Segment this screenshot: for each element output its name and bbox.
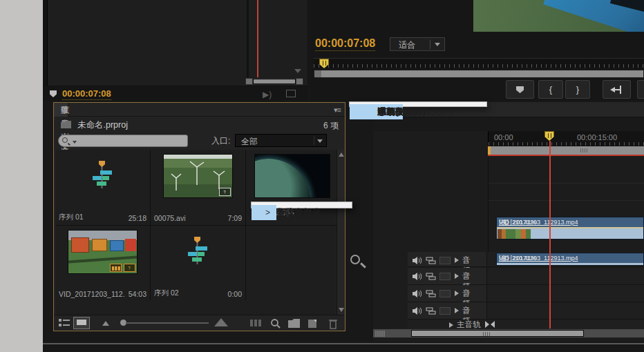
list-view-icon[interactable] [58, 317, 70, 329]
train-car [71, 237, 89, 253]
ruler-label: 00:00 [494, 133, 513, 141]
video-thumbnail: ▮▮▮ ᭢᭢ [68, 230, 138, 274]
sync-lock-icon[interactable] [426, 290, 436, 297]
track-header[interactable]: 音频1 [408, 252, 487, 266]
master-track-row[interactable]: 主音轨 [408, 320, 644, 329]
play-around-icon[interactable]: ▶) [263, 90, 272, 99]
video-thumbnail: ᭢᭢ [163, 154, 233, 198]
audio-track-row-3[interactable]: 音频3 [408, 285, 644, 302]
speaker-icon[interactable] [412, 289, 423, 298]
item-name: 序列 02 [154, 289, 179, 298]
tab-effects[interactable]: 效果 [54, 103, 68, 117]
export-frame-icon[interactable] [286, 90, 296, 97]
monitor-time-ruler[interactable] [314, 58, 644, 68]
collapse-icon[interactable] [455, 291, 459, 296]
scrollbar-end-cap[interactable] [314, 70, 321, 77]
track-toggle-box[interactable] [439, 273, 451, 280]
train-car [92, 239, 107, 251]
bin-icon [61, 121, 71, 128]
horizontal-scrollbar[interactable] [245, 77, 304, 86]
ruler-label: 00:00:15:00 [577, 133, 617, 141]
project-item-sequence-01[interactable]: 序列 01 25:18 [55, 150, 150, 224]
step-back-button[interactable] [637, 80, 644, 99]
automate-to-sequence-icon[interactable] [249, 318, 263, 328]
collapse-icon[interactable] [449, 322, 453, 328]
project-item-sequence-02[interactable]: 序列 02 0:00 [151, 226, 245, 300]
vertical-scrollbar[interactable] [337, 150, 344, 315]
submenu-item-transparent-video[interactable]: 透明视频(R)... [350, 104, 433, 119]
go-to-in-button[interactable] [603, 80, 631, 99]
sync-lock-icon[interactable] [426, 257, 436, 264]
horizontal-scrollbar[interactable] [314, 70, 644, 78]
timeline-ruler[interactable]: 00:00 00:00:15:00 [488, 131, 644, 146]
project-item-00075[interactable]: ᭢᭢ 00075.avi 7:09 [151, 150, 245, 224]
scrollbar-end-cap[interactable] [296, 79, 303, 84]
icon-view-button[interactable] [73, 317, 90, 329]
item-count: 6 项 [323, 120, 339, 132]
context-menu: 粘帖 新建文件夹 新建分项 > 导入... 查找... 查找脸部 [251, 202, 352, 208]
track-divider [488, 183, 644, 184]
trash-icon[interactable] [328, 318, 338, 329]
project-file-name[interactable]: 未命名.prproj [77, 119, 128, 131]
track-header[interactable]: 音频4 [408, 302, 487, 319]
horizontal-scrollbar[interactable] [373, 329, 644, 338]
mark-out-button[interactable]: } [565, 80, 590, 99]
zoom-slider-track[interactable] [126, 322, 209, 324]
mark-in-button[interactable]: { [538, 80, 563, 99]
entry-filter-select[interactable]: 全部 [235, 134, 327, 147]
track-toggle-box[interactable] [439, 290, 451, 297]
timeline-video-clip[interactable]: VID_20171203_112913.mp4 [视] [210.41% [496, 217, 644, 239]
item-duration: 54:03 [129, 290, 146, 298]
zoom-out-icon[interactable] [102, 321, 109, 326]
track-edge [247, 0, 249, 77]
scrollbar-end-cap[interactable] [375, 331, 385, 337]
track-header[interactable]: 音频3 [408, 285, 487, 302]
track-toggle-box[interactable] [439, 257, 451, 264]
track-divider [488, 200, 644, 201]
ruler-ticks [489, 142, 644, 146]
project-item-hidden[interactable] [246, 226, 341, 300]
icon-view-glyph [77, 320, 86, 325]
panel-menu-icon[interactable]: ▾≡ [334, 106, 341, 115]
new-item-icon[interactable] [307, 318, 319, 329]
speaker-icon[interactable] [412, 306, 423, 315]
scroll-down-icon[interactable] [339, 308, 344, 312]
search-input[interactable] [58, 135, 188, 147]
marker-icon [50, 90, 57, 97]
scrollbar-end-cap[interactable] [246, 79, 252, 84]
collapse-icon[interactable] [455, 273, 459, 279]
menu-item-find-faces[interactable]: 查找脸部 [252, 205, 312, 220]
work-area-start-cap[interactable] [488, 146, 491, 155]
project-item-vid-20171203[interactable]: ▮▮▮ ᭢᭢ VID_20171203_112... 54:03 [55, 226, 150, 300]
audio-track-row-2[interactable]: 音频2 [408, 268, 644, 285]
collapse-icon[interactable] [455, 308, 459, 313]
track-header[interactable]: 音频2 [408, 268, 487, 284]
playhead-line[interactable] [549, 141, 551, 329]
add-marker-button[interactable] [506, 80, 534, 99]
zoom-tool-icon[interactable] [350, 254, 368, 272]
work-area-grip[interactable] [580, 148, 589, 153]
speaker-icon[interactable] [412, 256, 423, 265]
panel-tab-bar: 项目:未命名× 媒体浏览器 信息 效果 [54, 103, 345, 117]
new-bin-icon[interactable] [287, 318, 301, 329]
zoom-in-icon[interactable] [214, 318, 228, 326]
scroll-up-icon[interactable] [339, 153, 344, 157]
playhead-line[interactable] [257, 0, 258, 77]
current-timecode[interactable]: 00:00:07:08 [315, 37, 375, 51]
sync-lock-icon[interactable] [426, 273, 436, 280]
scrollbar-grip [483, 332, 491, 336]
scrollbar-thumb[interactable] [253, 79, 296, 84]
audio-track-row-4[interactable]: 音频4 [408, 302, 644, 320]
track-toggle-box[interactable] [439, 307, 451, 315]
zoom-level-select[interactable]: 适合 [390, 37, 445, 51]
collapse-icon[interactable] [455, 257, 459, 263]
scrollbar-thumb[interactable] [411, 330, 584, 337]
timeline-audio-clip[interactable]: VID_20171203_112913.mp4 [音] [210.41% [496, 253, 644, 266]
find-icon[interactable] [270, 318, 281, 329]
current-timecode[interactable]: 00:00:07:08 [62, 88, 111, 100]
sync-lock-icon[interactable] [426, 307, 436, 315]
speaker-icon[interactable] [412, 272, 423, 281]
work-area-bar[interactable] [488, 146, 644, 156]
go-to-in-icon [610, 87, 615, 92]
desktop-gutter [0, 0, 43, 352]
